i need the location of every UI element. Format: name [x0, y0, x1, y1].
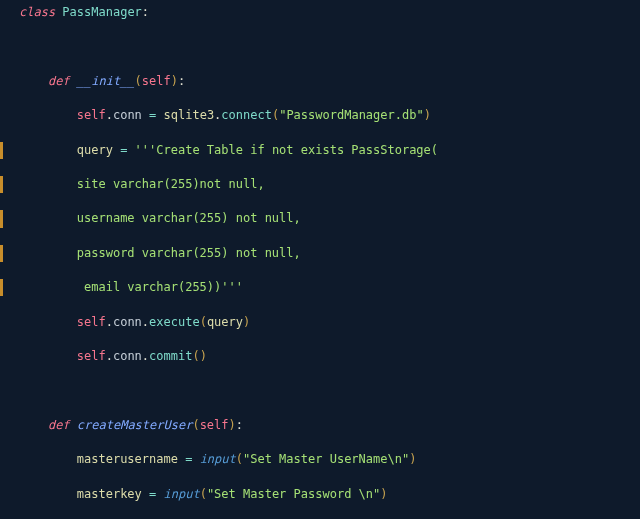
code-line[interactable]: def __init__(self):	[0, 73, 640, 90]
code-token: conn	[113, 349, 142, 363]
code-token: def	[48, 74, 77, 88]
code-token	[19, 211, 77, 225]
code-token: )	[380, 487, 387, 501]
code-token	[19, 246, 77, 260]
code-token: =	[178, 452, 200, 466]
code-token: commit	[149, 349, 192, 363]
code-token: username varchar(255) not null,	[77, 211, 301, 225]
code-token: conn	[113, 108, 142, 122]
code-token: self	[77, 349, 106, 363]
code-token: __init__	[77, 74, 135, 88]
code-token: )	[200, 349, 207, 363]
code-token	[19, 143, 77, 157]
code-token	[19, 74, 48, 88]
code-token: conn	[113, 315, 142, 329]
code-editor-content[interactable]: class PassManager: def __init__(self): s…	[0, 0, 640, 519]
code-token: query	[207, 315, 243, 329]
code-token: :	[236, 418, 243, 432]
code-line[interactable]: masterusername = input("Set Master UserN…	[0, 451, 640, 468]
code-token: connect	[221, 108, 272, 122]
code-token: self	[200, 418, 229, 432]
code-token: )	[229, 418, 236, 432]
code-token: PassManager	[62, 5, 141, 19]
code-token: .	[106, 108, 113, 122]
code-token: input	[200, 452, 236, 466]
code-token: (	[192, 418, 199, 432]
code-token: (	[135, 74, 142, 88]
code-token: (	[200, 487, 207, 501]
code-token: sqlite3	[164, 108, 215, 122]
code-token: masterkey	[77, 487, 142, 501]
code-token: =	[113, 143, 135, 157]
code-token: :	[142, 5, 149, 19]
code-token: (	[200, 315, 207, 329]
code-token: self	[77, 315, 106, 329]
code-line[interactable]: self.conn.commit()	[0, 348, 640, 365]
code-line[interactable]: masterkey = input("Set Master Password \…	[0, 486, 640, 503]
code-line[interactable]: password varchar(255) not null,	[0, 245, 640, 262]
code-line[interactable]: username varchar(255) not null,	[0, 210, 640, 227]
code-token: input	[164, 487, 200, 501]
code-line[interactable]: self.conn = sqlite3.connect("PasswordMan…	[0, 107, 640, 124]
code-token: "PasswordManager.db"	[279, 108, 424, 122]
code-token: query	[77, 143, 113, 157]
code-token	[19, 315, 77, 329]
code-token: self	[142, 74, 171, 88]
code-line[interactable]: def createMasterUser(self):	[0, 417, 640, 434]
code-token	[19, 108, 77, 122]
code-token: password varchar(255) not null,	[77, 246, 301, 260]
code-line[interactable]	[0, 38, 640, 55]
code-token	[19, 487, 77, 501]
code-token: masterusername	[77, 452, 178, 466]
code-token: '''Create Table if not exists PassStorag…	[135, 143, 438, 157]
code-token: self	[77, 108, 106, 122]
code-token: "Set Master UserName\n"	[243, 452, 409, 466]
code-token: )	[243, 315, 250, 329]
code-token: =	[142, 108, 164, 122]
code-token: =	[142, 487, 164, 501]
code-line[interactable]	[0, 382, 640, 399]
code-token: )	[409, 452, 416, 466]
code-token	[19, 280, 77, 294]
code-token: )	[424, 108, 431, 122]
code-line[interactable]: site varchar(255)not null,	[0, 176, 640, 193]
code-token: email varchar(255))'''	[77, 280, 243, 294]
code-token: site varchar(255)not null,	[77, 177, 265, 191]
code-token	[19, 452, 77, 466]
code-token: (	[192, 349, 199, 363]
code-line[interactable]: self.conn.execute(query)	[0, 314, 640, 331]
code-line[interactable]: query = '''Create Table if not exists Pa…	[0, 142, 640, 159]
code-token: .	[142, 349, 149, 363]
code-token: def	[48, 418, 77, 432]
code-token: :	[178, 74, 185, 88]
code-token: (	[236, 452, 243, 466]
code-line[interactable]: email varchar(255))'''	[0, 279, 640, 296]
code-token	[19, 177, 77, 191]
code-token: .	[142, 315, 149, 329]
code-token: createMasterUser	[77, 418, 193, 432]
code-line[interactable]: class PassManager:	[0, 4, 640, 21]
code-token: class	[19, 5, 62, 19]
code-token	[19, 349, 77, 363]
code-token: .	[106, 349, 113, 363]
code-token: )	[171, 74, 178, 88]
code-token: execute	[149, 315, 200, 329]
code-token: "Set Master Password \n"	[207, 487, 380, 501]
code-token	[19, 418, 48, 432]
code-token: .	[106, 315, 113, 329]
